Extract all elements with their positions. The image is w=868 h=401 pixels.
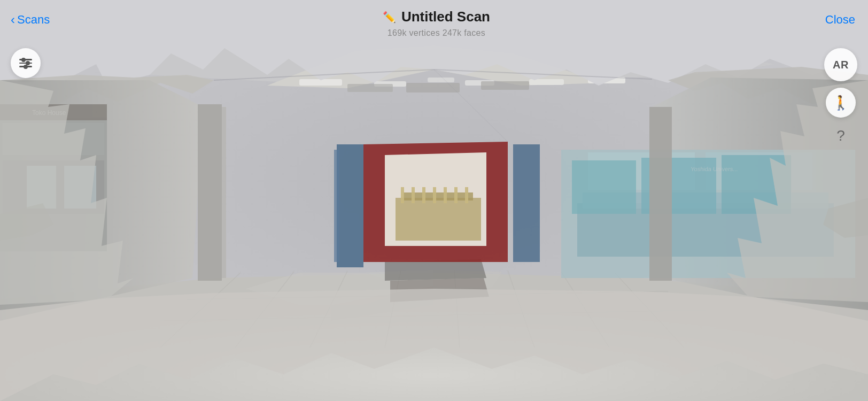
walker-button[interactable]: 🚶 [826, 88, 856, 118]
back-button[interactable]: ‹ Scans [0, 7, 60, 32]
scan-scene: Toko House [0, 0, 868, 401]
svg-rect-51 [465, 187, 468, 203]
svg-rect-46 [412, 187, 415, 203]
sliders-button[interactable] [11, 48, 41, 78]
svg-rect-69 [406, 83, 460, 92]
controls-left [11, 48, 41, 78]
controls-right: AR 🚶 ? [824, 48, 857, 148]
svg-rect-40 [334, 150, 339, 262]
close-button[interactable]: Close [812, 7, 868, 32]
svg-rect-48 [433, 187, 436, 203]
svg-rect-47 [422, 187, 425, 203]
svg-rect-45 [401, 187, 404, 203]
scan-stats: 169k vertices 247k faces [387, 28, 485, 38]
slider-line-2 [19, 63, 32, 64]
svg-rect-39 [337, 144, 363, 267]
back-chevron-icon: ‹ [11, 13, 15, 26]
header: ‹ Scans ✏️ Untitled Scan 169k vertices 2… [0, 0, 868, 48]
scan-viewport[interactable]: Toko House [0, 0, 868, 401]
slider-line-3 [19, 66, 32, 67]
svg-rect-70 [481, 81, 529, 90]
svg-marker-27 [385, 259, 486, 281]
scan-title: ✏️ Untitled Scan [383, 9, 490, 25]
ar-button[interactable]: AR [824, 48, 857, 81]
svg-rect-71 [347, 84, 393, 92]
svg-rect-61 [513, 144, 540, 262]
svg-rect-5 [428, 78, 454, 82]
svg-rect-43 [396, 198, 481, 241]
edit-icon[interactable]: ✏️ [383, 11, 396, 24]
svg-rect-50 [454, 187, 458, 203]
help-icon: ? [836, 127, 845, 144]
help-button[interactable]: ? [829, 124, 852, 148]
page-title: Untitled Scan [401, 9, 490, 25]
slider-line-1 [19, 59, 32, 60]
svg-text:Yoshida Univers...: Yoshida Univers... [691, 166, 738, 172]
walker-icon: 🚶 [832, 95, 849, 111]
svg-rect-49 [444, 187, 447, 203]
svg-rect-58 [572, 160, 636, 214]
ar-label: AR [833, 59, 849, 71]
svg-rect-30 [198, 104, 222, 281]
sliders-icon [18, 58, 33, 68]
svg-rect-31 [222, 107, 226, 278]
header-center: ✏️ Untitled Scan 169k vertices 247k face… [60, 7, 812, 38]
back-label: Scans [17, 13, 50, 27]
svg-rect-62 [649, 107, 672, 281]
